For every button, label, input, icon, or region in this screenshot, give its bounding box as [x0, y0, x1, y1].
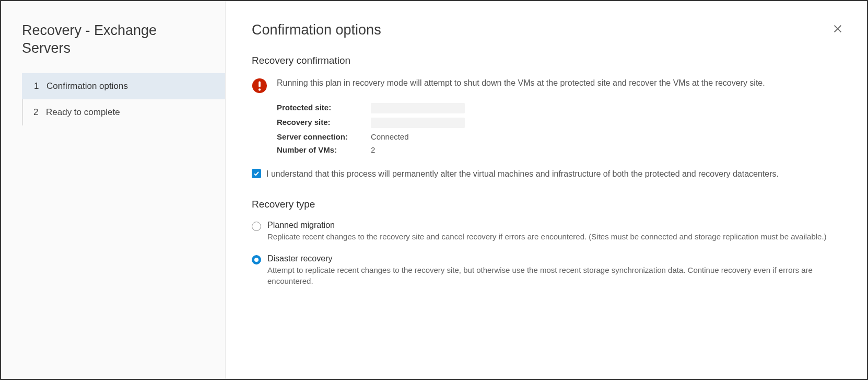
recovery-type-radio-group: Planned migration Replicate recent chang… [252, 221, 841, 287]
redacted-value [371, 103, 465, 113]
info-label: Server connection: [277, 132, 371, 141]
info-label: Number of VMs: [277, 145, 371, 154]
svg-rect-3 [259, 82, 261, 87]
section-heading-recovery-type: Recovery type [252, 199, 841, 210]
radio-content: Disaster recovery Attempt to replicate r… [267, 254, 841, 287]
warning-row: Running this plan in recovery mode will … [252, 77, 841, 94]
section-heading-confirmation: Recovery confirmation [252, 55, 841, 66]
page-title: Confirmation options [252, 22, 841, 38]
info-label: Recovery site: [277, 118, 371, 128]
svg-point-4 [259, 88, 261, 90]
wizard-main: Confirmation options Recovery confirmati… [226, 1, 867, 379]
radio-description: Attempt to replicate recent changes to t… [267, 264, 841, 287]
radio-button[interactable] [252, 255, 261, 264]
site-info-table: Protected site: Recovery site: Server co… [277, 101, 841, 156]
info-row-protected-site: Protected site: [277, 101, 841, 116]
info-row-recovery-site: Recovery site: [277, 116, 841, 130]
step-number: 1 [34, 81, 40, 91]
alert-icon [252, 78, 267, 94]
radio-content: Planned migration Replicate recent chang… [267, 221, 841, 243]
radio-description: Replicate recent changes to the recovery… [267, 231, 841, 243]
redacted-value [371, 118, 465, 128]
wizard-title: Recovery - Exchange Servers [1, 22, 225, 73]
ack-checkbox-row: I understand that this process will perm… [252, 168, 841, 181]
step-number: 2 [33, 107, 40, 118]
close-button[interactable] [832, 23, 843, 36]
info-label: Protected site: [277, 103, 371, 113]
wizard-sidebar: Recovery - Exchange Servers 1 Confirmati… [1, 1, 226, 379]
info-value-connection: Connected [371, 132, 409, 141]
step-label: Ready to complete [46, 107, 120, 118]
step-label: Confirmation options [46, 81, 128, 91]
wizard-steps: 1 Confirmation options 2 Ready to comple… [22, 73, 225, 125]
info-row-connection: Server connection: Connected [277, 130, 841, 143]
radio-title: Planned migration [267, 221, 841, 230]
ack-checkbox-label: I understand that this process will perm… [266, 168, 779, 181]
radio-item-planned-migration[interactable]: Planned migration Replicate recent chang… [252, 221, 841, 243]
info-value-vm-count: 2 [371, 145, 375, 154]
info-value-protected-site [371, 103, 465, 113]
info-value-recovery-site [371, 118, 465, 128]
info-row-vm-count: Number of VMs: 2 [277, 143, 841, 156]
radio-title: Disaster recovery [267, 254, 841, 263]
warning-text: Running this plan in recovery mode will … [277, 77, 765, 90]
close-icon [832, 27, 843, 36]
radio-item-disaster-recovery[interactable]: Disaster recovery Attempt to replicate r… [252, 254, 841, 287]
recovery-wizard-dialog: Recovery - Exchange Servers 1 Confirmati… [0, 0, 868, 380]
radio-button[interactable] [252, 222, 261, 231]
checkmark-icon [253, 169, 260, 178]
ack-checkbox[interactable] [252, 169, 261, 178]
step-confirmation-options[interactable]: 1 Confirmation options [22, 73, 225, 99]
step-ready-to-complete[interactable]: 2 Ready to complete [23, 99, 225, 125]
